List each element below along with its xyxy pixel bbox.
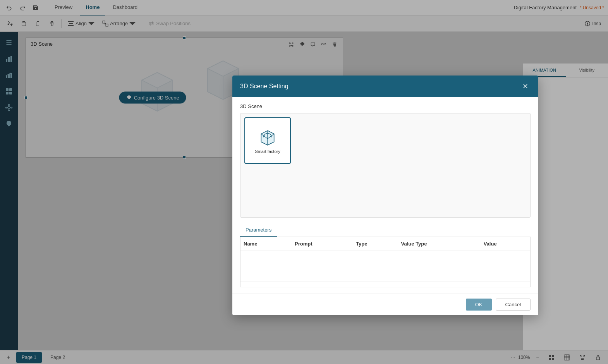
ok-button[interactable]: OK [466,299,492,311]
modal-title: 3D Scene Setting [240,83,289,90]
parameters-section: Parameters Name Prompt Type Value Type V… [240,224,531,287]
params-header-row: Name Prompt Type Value Type Value [240,237,530,251]
table-row [240,251,530,282]
parameters-tab[interactable]: Parameters [240,224,277,237]
cancel-button[interactable]: Cancel [496,299,531,311]
col-name: Name [240,237,292,251]
modal-overlay[interactable]: 3D Scene Setting ✕ 3D Scene [0,0,608,364]
params-table: Name Prompt Type Value Type Value [240,237,530,282]
modal-footer: OK Cancel [232,294,538,315]
col-type: Type [353,237,398,251]
scene-grid: Smart factory [240,113,531,218]
scene-item-smart-factory[interactable]: Smart factory [244,117,291,164]
params-table-body [240,251,530,282]
modal-header: 3D Scene Setting ✕ [232,76,538,97]
modal-close-button[interactable]: ✕ [520,81,531,92]
col-prompt: Prompt [292,237,353,251]
params-table-area: Name Prompt Type Value Type Value [240,237,531,287]
parameters-tabs: Parameters [240,224,531,237]
modal-body: 3D Scene [232,97,538,294]
scene-setting-modal: 3D Scene Setting ✕ 3D Scene [232,76,538,315]
col-value-type: Value Type [398,237,481,251]
params-table-header: Name Prompt Type Value Type Value [240,237,530,251]
scene-item-label: Smart factory [255,149,280,154]
modal-section-label: 3D Scene [240,103,531,109]
col-value: Value [481,237,530,251]
